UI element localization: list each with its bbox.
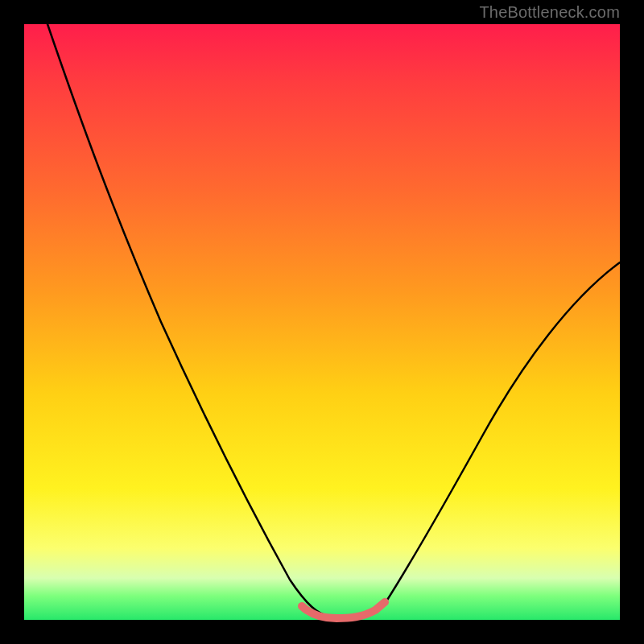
chart-svg	[24, 24, 620, 620]
chart-frame: TheBottleneck.com	[0, 0, 644, 644]
attribution-text: TheBottleneck.com	[479, 3, 620, 22]
v-curve-line	[47, 24, 620, 618]
valley-highlight-segment	[302, 602, 385, 618]
